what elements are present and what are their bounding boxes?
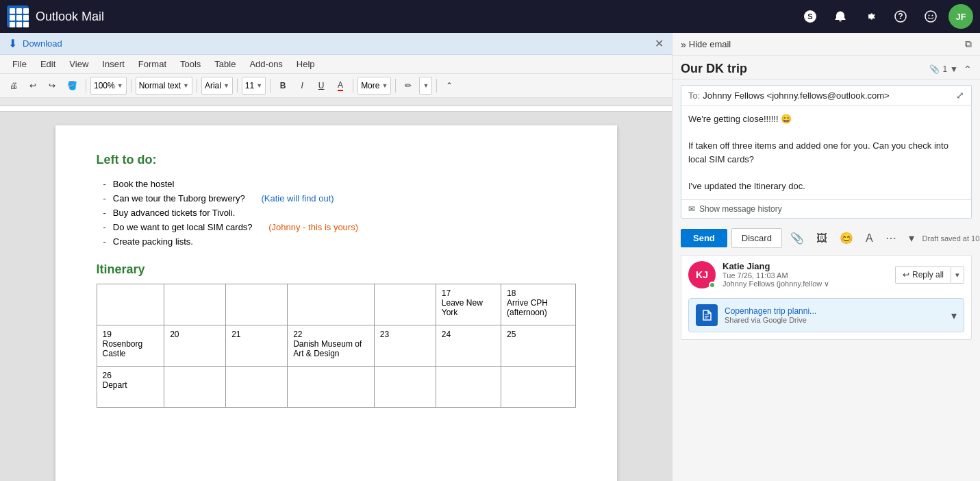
attach-file-button[interactable]: 📎 (786, 229, 808, 247)
more-dropdown[interactable]: More ▼ (357, 77, 391, 95)
reply-controls: ↩ Reply all ▾ (895, 266, 964, 284)
settings-icon[interactable] (858, 4, 883, 29)
table-cell: 24 (436, 325, 501, 367)
discard-button[interactable]: Discard (731, 228, 782, 248)
download-label: Download (23, 38, 649, 49)
list-item-text: Can we tour the Tuborg brewery? (113, 193, 245, 204)
reply-dropdown-button[interactable]: ▾ (951, 267, 964, 284)
expand-compose-icon[interactable]: ⤢ (956, 90, 964, 101)
draft-saved-label: Draft saved at 10:37 PM (922, 234, 980, 243)
send-button[interactable]: Send (681, 229, 727, 247)
table-cell: 20 (164, 325, 226, 367)
hide-email-arrows-icon: » (681, 39, 686, 50)
email-panel: » Hide email ⧉ Our DK trip 📎 1 ▼ ⌃ To: J… (672, 33, 980, 481)
table-cell: 19 Rosenborg Castle (97, 325, 164, 367)
document-editor: ⬇ Download ✕ File Edit View Insert Forma… (0, 33, 672, 481)
download-close-button[interactable]: ✕ (655, 37, 664, 50)
list-item-text: Do we want to get local SIM cards? (113, 222, 253, 232)
table-cell: 18 Arrive CPH (afternoon) (501, 284, 575, 325)
table-cell (501, 367, 575, 408)
emoji-icon[interactable] (918, 4, 943, 29)
maximize-icon[interactable]: ⧉ (965, 38, 972, 50)
menu-help[interactable]: Help (290, 56, 322, 72)
zoom-dropdown[interactable]: 100% ▼ (90, 77, 127, 95)
user-avatar[interactable]: JF (948, 4, 973, 29)
list-item: Buy advanced tickets for Tivoli. (103, 206, 576, 220)
compose-body-line1: We're getting close!!!!!! 😄 (688, 112, 964, 126)
show-message-history-button[interactable]: ✉ Show message history (681, 199, 971, 218)
toolbar-separator-5 (270, 79, 271, 92)
collapse-thread-icon[interactable]: ⌃ (964, 64, 972, 75)
menu-format[interactable]: Format (131, 56, 173, 72)
table-row: 17 Leave New York 18 Arrive CPH (afterno… (97, 284, 575, 325)
attachment-card[interactable]: Copenhagen trip planni... Shared via Goo… (688, 298, 964, 332)
list-item-link[interactable]: (Katie will find out) (261, 193, 334, 204)
insert-emoji-button[interactable]: 😊 (835, 229, 857, 247)
table-cell: 26 Depart (97, 367, 164, 408)
compose-body[interactable]: We're getting close!!!!!! 😄 If taken off… (681, 106, 971, 199)
collapse-toolbar-button[interactable]: ⌃ (441, 77, 457, 95)
attachment-info: Copenhagen trip planni... Shared via Goo… (725, 306, 944, 324)
menu-table[interactable]: Table (208, 56, 242, 72)
undo-button[interactable]: ↩ (25, 77, 41, 95)
paint-format-button[interactable]: 🪣 (63, 77, 81, 95)
attachment-expand-icon[interactable]: ▾ (951, 309, 957, 322)
notifications-icon[interactable] (828, 4, 853, 29)
menu-addons[interactable]: Add-ons (242, 56, 289, 72)
toolbar-separator-3 (197, 79, 197, 92)
help-icon[interactable]: ? (888, 4, 913, 29)
fontsize-chevron-icon: ▼ (256, 82, 262, 89)
sender-time: Tue 7/26, 11:03 AM (723, 271, 888, 280)
menu-view[interactable]: View (62, 56, 95, 72)
italic-button[interactable]: I (294, 77, 310, 95)
reply-all-button[interactable]: ↩ Reply all (895, 266, 951, 284)
toolbar-separator-7 (395, 79, 396, 92)
table-cell (226, 284, 288, 325)
more-options-button[interactable]: ⋯ (881, 229, 901, 247)
compose-expand-button[interactable]: ▾ (905, 229, 918, 247)
nav-icons: S ? JF (798, 4, 973, 29)
skype-icon[interactable]: S (798, 4, 822, 29)
redo-button[interactable]: ↪ (44, 77, 60, 95)
underline-button[interactable]: U (313, 77, 329, 95)
main-area: ⬇ Download ✕ File Edit View Insert Forma… (0, 33, 980, 481)
message-history-label: Show message history (699, 204, 782, 214)
menu-file[interactable]: File (5, 56, 34, 72)
list-item-text: Book the hostel (113, 179, 175, 189)
doc-heading-leftodo: Left to do: (97, 153, 576, 167)
menu-tools[interactable]: Tools (173, 56, 208, 72)
email-panel-header: » Hide email ⧉ (673, 33, 980, 56)
fontsize-dropdown[interactable]: 11 ▼ (242, 77, 266, 95)
compose-body-line2: If taken off three items and added one f… (688, 139, 964, 166)
pen-tool-button[interactable]: ✏ (400, 77, 416, 95)
list-item: Do we want to get local SIM cards? (John… (103, 220, 576, 234)
table-cell (164, 367, 226, 408)
hide-email-section: » Hide email (681, 39, 961, 50)
to-label: To: (688, 90, 700, 101)
message-history-icon: ✉ (688, 204, 695, 214)
app-launcher-button[interactable] (7, 5, 29, 27)
font-dropdown[interactable]: Arial ▼ (201, 77, 233, 95)
text-color-button[interactable]: A (332, 77, 349, 95)
table-cell: 22 Danish Museum of Art & Design (288, 325, 375, 367)
menu-insert[interactable]: Insert (95, 56, 131, 72)
attach-chevron-icon[interactable]: ▼ (950, 64, 958, 74)
insert-image-button[interactable]: 🖼 (812, 230, 831, 247)
table-cell: 17 Leave New York (436, 284, 501, 325)
list-item: Create packing lists. (103, 234, 576, 249)
list-item-link: (Johnny - this is yours) (268, 222, 358, 232)
bold-button[interactable]: B (275, 77, 291, 95)
topbar: Outlook Mail S ? JF (0, 0, 980, 33)
hide-email-label[interactable]: Hide email (689, 39, 731, 49)
menu-edit[interactable]: Edit (34, 56, 62, 72)
text-formatting-button[interactable]: A (862, 230, 877, 247)
print-button[interactable]: 🖨 (5, 77, 22, 95)
pen-dropdown[interactable]: ▼ (419, 77, 432, 95)
sender-info: Katie Jiang Tue 7/26, 11:03 AM Johnny Fe… (723, 261, 888, 288)
style-dropdown[interactable]: Normal text ▼ (136, 77, 192, 95)
list-item: Book the hostel (103, 177, 576, 191)
table-cell (226, 367, 288, 408)
sender-avatar: KJ (688, 261, 716, 288)
table-cell: 25 (501, 325, 575, 367)
sender-name: Katie Jiang (723, 261, 888, 271)
